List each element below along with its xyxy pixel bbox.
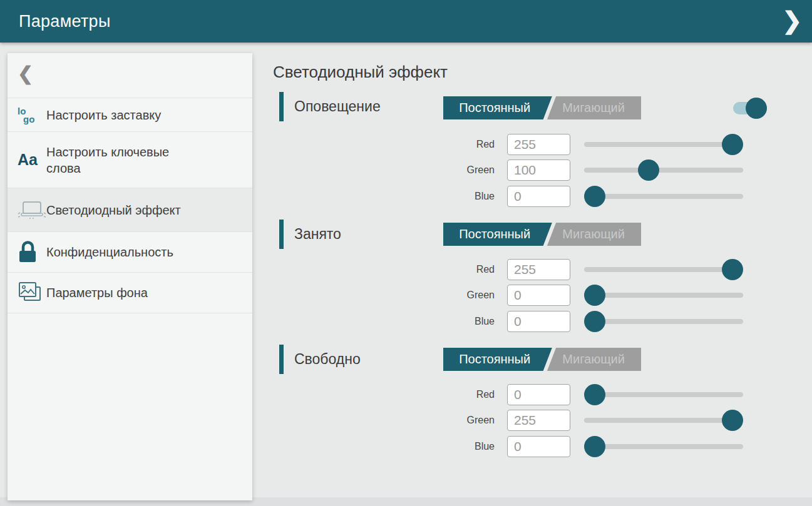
sidebar-item-privacy[interactable]: Конфиденциальность: [8, 232, 252, 273]
free-blue-slider[interactable]: [584, 436, 743, 457]
settings-sidebar: ❮ logo Настроить заставку Aa Настроить к…: [8, 53, 252, 500]
mode-solid-label[interactable]: Постоянный: [459, 96, 530, 119]
mode-blinking-label[interactable]: Мигающий: [562, 348, 625, 371]
toggle-thumb: [746, 98, 767, 119]
mode-segmented-control-busy: Постоянный Мигающий: [443, 223, 641, 246]
mode-blinking-label[interactable]: Мигающий: [562, 96, 625, 119]
images-icon: [8, 281, 46, 305]
green-label: Green: [419, 159, 495, 181]
sidebar-item-label: Параметры фона: [46, 285, 252, 301]
slider-track[interactable]: [584, 392, 743, 397]
free-red-input[interactable]: [507, 384, 570, 405]
sidebar-item-label: Светодиодный эффект: [46, 202, 252, 218]
sidebar-item-splash-screen[interactable]: logo Настроить заставку: [8, 98, 252, 132]
green-label: Green: [419, 410, 495, 431]
free-green-input[interactable]: [507, 410, 570, 431]
forward-chevron-icon[interactable]: ❯: [782, 0, 802, 41]
mode-blinking-label[interactable]: Мигающий: [562, 223, 625, 246]
logo-icon: logo: [8, 107, 46, 123]
slider-track[interactable]: [584, 444, 743, 449]
sidebar-item-led-effect[interactable]: Светодиодный эффект: [8, 188, 252, 232]
slider-thumb[interactable]: [584, 186, 605, 207]
mode-solid-label[interactable]: Постоянный: [459, 223, 530, 246]
red-label: Red: [419, 134, 495, 155]
green-label: Green: [419, 285, 495, 306]
slider-track[interactable]: [584, 319, 743, 324]
blue-label: Blue: [419, 186, 495, 207]
mode-segmented-control-alert: Постоянный Мигающий: [443, 96, 641, 119]
slider-track[interactable]: [584, 168, 743, 173]
slider-thumb[interactable]: [584, 311, 605, 332]
sidebar-item-label: Настроить заставку: [46, 107, 252, 123]
slider-track[interactable]: [584, 418, 743, 423]
section-accent-bar: [279, 220, 284, 249]
section-accent-bar: [279, 345, 284, 374]
sidebar-back-row: ❮: [8, 53, 252, 98]
slider-track[interactable]: [584, 293, 743, 298]
mode-segmented-control-free: Постоянный Мигающий: [443, 348, 641, 371]
slider-thumb[interactable]: [722, 259, 743, 280]
sidebar-item-background[interactable]: Параметры фона: [8, 273, 252, 313]
sidebar-item-keywords[interactable]: Aa Настроить ключевые слова: [8, 132, 252, 188]
busy-green-input[interactable]: [507, 285, 570, 306]
red-label: Red: [419, 384, 495, 405]
free-red-slider[interactable]: [584, 384, 743, 405]
sidebar-item-label: Конфиденциальность: [46, 244, 252, 260]
red-label: Red: [419, 259, 495, 280]
busy-green-slider[interactable]: [584, 285, 743, 306]
busy-blue-slider[interactable]: [584, 311, 743, 332]
app-header: Параметры ❯: [0, 0, 812, 43]
busy-blue-input[interactable]: [507, 311, 570, 332]
slider-thumb[interactable]: [722, 134, 743, 155]
slider-thumb[interactable]: [722, 410, 743, 431]
alert-enabled-toggle[interactable]: [733, 97, 768, 119]
slider-track[interactable]: [584, 142, 743, 147]
page-title: Параметры: [19, 0, 111, 43]
slider-thumb[interactable]: [584, 436, 605, 457]
mode-solid-label[interactable]: Постоянный: [459, 348, 530, 371]
alert-green-input[interactable]: [507, 159, 570, 181]
slider-thumb[interactable]: [638, 159, 659, 181]
slider-track[interactable]: [584, 194, 743, 199]
alert-red-input[interactable]: [507, 134, 570, 155]
section-accent-bar: [279, 92, 284, 121]
slider-thumb[interactable]: [584, 285, 605, 306]
alert-blue-input[interactable]: [507, 186, 570, 207]
back-chevron-icon[interactable]: ❮: [18, 63, 33, 84]
alert-green-slider[interactable]: [584, 159, 743, 181]
keywords-aa-icon: Aa: [8, 151, 46, 169]
free-green-slider[interactable]: [584, 410, 743, 431]
lock-icon: [8, 240, 46, 264]
alert-red-slider[interactable]: [584, 134, 743, 155]
slider-track[interactable]: [584, 267, 743, 272]
blue-label: Blue: [419, 311, 495, 332]
section-name-free: Свободно: [294, 345, 361, 374]
busy-red-slider[interactable]: [584, 259, 743, 280]
alert-blue-slider[interactable]: [584, 186, 743, 207]
blue-label: Blue: [419, 436, 495, 457]
busy-red-input[interactable]: [507, 259, 570, 280]
sidebar-item-label: Настроить ключевые слова: [46, 144, 197, 176]
settings-page: Параметры ❯ ❮ logo Настроить заставку Aa…: [0, 0, 812, 506]
free-blue-input[interactable]: [507, 436, 570, 457]
slider-thumb[interactable]: [584, 384, 605, 405]
section-title: Светодиодный эффект: [273, 63, 448, 82]
section-name-busy: Занято: [294, 220, 341, 249]
section-name-alert: Оповещение: [294, 92, 381, 121]
display-icon: [8, 200, 46, 220]
